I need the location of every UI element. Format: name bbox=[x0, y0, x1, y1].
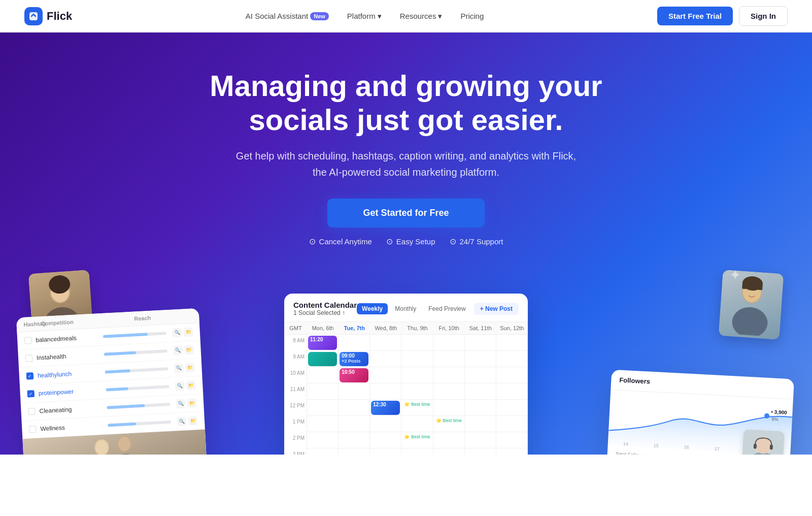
cal-cell[interactable] bbox=[401, 383, 433, 400]
badge-cancel: ⊙ Cancel Anytime bbox=[309, 237, 372, 246]
cal-cell[interactable] bbox=[370, 335, 401, 351]
hashtag-checkbox[interactable] bbox=[28, 408, 36, 415]
cal-tab-weekly[interactable]: Weekly bbox=[357, 303, 388, 314]
cal-cell[interactable] bbox=[339, 335, 370, 351]
cal-event[interactable]: 09:00+2 Posts bbox=[340, 352, 368, 366]
hashtag-icons: 🔍 📁 bbox=[174, 363, 195, 373]
cal-cell[interactable]: 09:00+2 Posts bbox=[339, 351, 370, 367]
hashtag-checkbox[interactable] bbox=[24, 337, 32, 344]
search-icon[interactable]: 🔍 bbox=[174, 364, 184, 373]
cal-cell[interactable] bbox=[339, 383, 370, 400]
search-icon[interactable]: 🔍 bbox=[173, 346, 183, 356]
folder-icon[interactable]: 📁 bbox=[184, 345, 194, 355]
hashtag-checkbox[interactable]: ✓ bbox=[27, 390, 35, 398]
start-trial-button[interactable]: Start Free Trial bbox=[657, 7, 733, 25]
cal-cell[interactable] bbox=[465, 448, 496, 455]
search-icon[interactable]: 🔍 bbox=[172, 328, 182, 338]
cal-cell[interactable] bbox=[433, 367, 465, 383]
nav-ai-assistant[interactable]: AI Social Assistant New bbox=[239, 8, 336, 24]
cal-event[interactable]: 12:30 bbox=[371, 401, 400, 415]
cal-fri-header: Fri, 10th bbox=[433, 322, 465, 334]
cal-cell[interactable] bbox=[433, 351, 465, 367]
cal-cell[interactable] bbox=[496, 351, 528, 367]
cal-cell[interactable]: ⭐ Best time bbox=[433, 416, 465, 432]
cal-cell[interactable] bbox=[465, 416, 496, 432]
folder-icon[interactable]: 📁 bbox=[183, 328, 193, 337]
cal-cell[interactable] bbox=[465, 335, 496, 351]
cal-cell[interactable] bbox=[307, 367, 339, 383]
logo[interactable]: Flick bbox=[24, 7, 72, 25]
hashtag-icons: 🔍 📁 bbox=[176, 399, 197, 409]
folder-icon[interactable]: 📁 bbox=[188, 416, 198, 426]
cal-cell[interactable] bbox=[496, 432, 528, 448]
cal-cell[interactable]: ⭐ Best time bbox=[401, 400, 433, 416]
nav-resources[interactable]: Resources ▾ bbox=[393, 8, 450, 25]
cal-cell[interactable]: ⭐ Best time bbox=[401, 432, 433, 448]
hashtag-checkbox[interactable] bbox=[25, 354, 33, 362]
hashtag-checkbox[interactable]: ✓ bbox=[26, 372, 34, 380]
cal-cell[interactable] bbox=[465, 367, 496, 383]
cal-cell[interactable] bbox=[433, 448, 465, 455]
cal-cell[interactable] bbox=[496, 448, 528, 455]
logo-text: Flick bbox=[47, 10, 72, 23]
cal-cell[interactable] bbox=[370, 367, 401, 383]
cal-cell[interactable] bbox=[496, 416, 528, 432]
cal-cell[interactable] bbox=[307, 383, 339, 400]
hashtag-icons: 🔍 📁 bbox=[175, 381, 196, 391]
cal-cell[interactable] bbox=[370, 416, 401, 432]
cal-cell[interactable] bbox=[370, 383, 401, 400]
cal-cell[interactable] bbox=[370, 351, 401, 367]
cal-cell[interactable] bbox=[433, 335, 465, 351]
cal-event[interactable]: 11:20 bbox=[308, 336, 337, 350]
cal-cell[interactable] bbox=[433, 400, 465, 416]
cal-cell[interactable] bbox=[465, 432, 496, 448]
cal-cell[interactable] bbox=[401, 335, 433, 351]
cal-cell[interactable] bbox=[465, 400, 496, 416]
cal-cell[interactable] bbox=[433, 383, 465, 400]
cal-cell[interactable] bbox=[401, 448, 433, 455]
cal-cell[interactable]: 12:30 bbox=[370, 400, 401, 416]
cal-event[interactable]: 10:50 bbox=[340, 368, 368, 382]
cal-cell[interactable] bbox=[401, 351, 433, 367]
new-post-button[interactable]: + New Post bbox=[474, 303, 519, 315]
cal-cell[interactable] bbox=[465, 351, 496, 367]
cal-cell[interactable] bbox=[307, 351, 339, 367]
cal-event[interactable] bbox=[308, 352, 337, 366]
col-hashtag: Hashtag bbox=[23, 321, 39, 328]
folder-icon[interactable]: 📁 bbox=[185, 363, 195, 373]
cal-cell[interactable] bbox=[370, 432, 401, 448]
nav-platform[interactable]: Platform ▾ bbox=[340, 8, 389, 25]
cal-cell[interactable] bbox=[496, 335, 528, 351]
cal-cell[interactable] bbox=[496, 383, 528, 400]
hashtag-checkbox[interactable] bbox=[29, 426, 37, 433]
cal-cell[interactable] bbox=[307, 400, 339, 416]
cal-cell[interactable] bbox=[496, 367, 528, 383]
cal-cell[interactable]: 11:20 bbox=[307, 335, 339, 351]
cal-cell[interactable]: 10:50 bbox=[339, 367, 370, 383]
cal-tab-feed[interactable]: Feed Preview bbox=[423, 303, 470, 314]
cal-cell[interactable] bbox=[433, 432, 465, 448]
cal-cell[interactable] bbox=[496, 400, 528, 416]
cal-cell[interactable] bbox=[307, 432, 339, 448]
cal-cell[interactable] bbox=[339, 432, 370, 448]
cal-cell[interactable] bbox=[339, 448, 370, 455]
get-started-button[interactable]: Get Started for Free bbox=[327, 199, 484, 228]
nav-pricing[interactable]: Pricing bbox=[453, 8, 491, 24]
search-icon[interactable]: 🔍 bbox=[175, 381, 185, 391]
cal-cell[interactable] bbox=[307, 416, 339, 432]
search-icon[interactable]: 🔍 bbox=[177, 417, 187, 427]
search-icon[interactable]: 🔍 bbox=[176, 399, 186, 409]
hashtag-name: Cleaneating bbox=[39, 404, 103, 415]
cal-cell[interactable] bbox=[401, 416, 433, 432]
cal-cell[interactable] bbox=[370, 448, 401, 455]
cal-cell[interactable] bbox=[339, 416, 370, 432]
cal-cell[interactable] bbox=[465, 383, 496, 400]
folder-icon[interactable]: 📁 bbox=[186, 381, 196, 391]
cal-tab-monthly[interactable]: Monthly bbox=[390, 303, 421, 314]
cal-cell[interactable] bbox=[339, 400, 370, 416]
hero-title: Managing and growing your socials just g… bbox=[188, 69, 624, 137]
cal-cell[interactable] bbox=[401, 367, 433, 383]
sign-in-button[interactable]: Sign In bbox=[739, 6, 788, 26]
folder-icon[interactable]: 📁 bbox=[187, 399, 197, 408]
cal-cell[interactable] bbox=[307, 448, 339, 455]
